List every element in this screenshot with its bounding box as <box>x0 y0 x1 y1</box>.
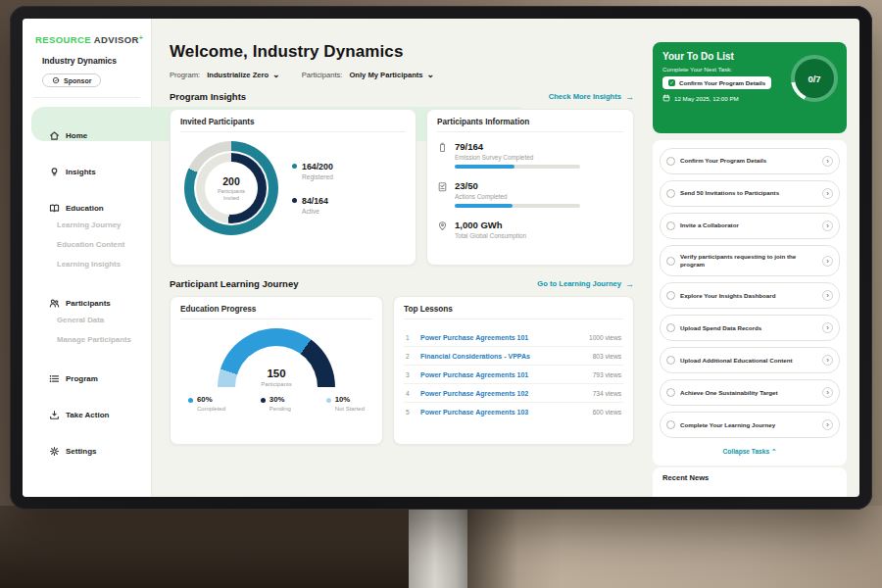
checkbox-icon[interactable] <box>666 189 675 198</box>
background: RESOURCE ADVISOR+ Industry Dynamics Spon… <box>0 0 882 588</box>
chevron-right-icon[interactable]: › <box>822 322 833 333</box>
sidebar-item-education-content[interactable]: Education Content <box>31 235 142 253</box>
legend-dot-icon <box>292 198 297 203</box>
sidebar-item-label: Learning Insights <box>57 260 121 269</box>
main-content: Welcome, Industry Dynamics Program: Indu… <box>152 19 650 497</box>
chevron-right-icon[interactable]: › <box>822 256 833 267</box>
stat-actions: 23/50 Actions Completed <box>437 180 623 208</box>
chevron-right-icon[interactable]: › <box>822 156 833 167</box>
sidebar-item-general-data[interactable]: General Data <box>31 311 142 328</box>
task-item[interactable]: Invite a Collaborator › <box>660 213 840 239</box>
education-progress-gauge: 150 Participants <box>218 328 335 387</box>
legend-label: Completed <box>188 406 225 412</box>
task-item[interactable]: Send 50 Invitations to Participants › <box>660 180 840 207</box>
lesson-views: 793 views <box>593 371 621 378</box>
card-title: Top Lessons <box>404 305 623 319</box>
donut-center-value: 200 <box>222 175 240 187</box>
sidebar-item-learning-insights[interactable]: Learning Insights <box>31 255 142 272</box>
sidebar: RESOURCE ADVISOR+ Industry Dynamics Spon… <box>23 19 152 497</box>
legend-item-registered: 164/200 Registered <box>292 162 333 180</box>
due-date: 12 May 2025, 12:00 PM <box>662 94 784 102</box>
task-item[interactable]: Verify participants requesting to join t… <box>660 245 840 276</box>
lesson-rank: 1 <box>406 334 414 341</box>
due-date-label: 12 May 2025, 12:00 PM <box>674 95 739 102</box>
checkbox-icon[interactable] <box>666 323 675 332</box>
sidebar-item-label: Take Action <box>66 411 109 419</box>
collapse-tasks-link[interactable]: Collapse Tasks ⌃ <box>660 444 840 462</box>
stat-label: Actions Completed <box>455 193 580 200</box>
lesson-link[interactable]: Power Purchase Agreements 101 <box>420 334 582 341</box>
sidebar-item-label: Learning Journey <box>57 220 121 229</box>
sidebar-item-learning-journey[interactable]: Learning Journey <box>31 216 142 233</box>
legend-item-pending: 30% Pending <box>261 395 291 412</box>
legend-label: Pending <box>261 406 291 412</box>
checkbox-icon[interactable] <box>666 388 675 397</box>
checklist-icon <box>437 181 448 192</box>
go-to-learning-journey-link[interactable]: Go to Learning Journey → <box>537 279 634 289</box>
task-item[interactable]: Achieve One Sustainability Target › <box>660 379 840 406</box>
lesson-row: 2 Financial Considerations - VPPAs 803 v… <box>404 347 623 366</box>
arrow-right-icon: → <box>625 279 634 289</box>
chevron-right-icon[interactable]: › <box>822 419 833 430</box>
learning-journey-header: Participant Learning Journey Go to Learn… <box>170 278 634 289</box>
lesson-link[interactable]: Power Purchase Agreements 101 <box>420 371 586 378</box>
legend-label: Registered <box>302 173 333 180</box>
task-item[interactable]: Confirm Your Program Details › <box>660 148 840 174</box>
arrow-right-icon: → <box>625 92 634 102</box>
lesson-link[interactable]: Financial Considerations - VPPAs <box>420 353 586 360</box>
invited-participants-card: Invited Participants 200 Participants In… <box>170 109 416 266</box>
program-filter-label: Program: <box>170 71 200 79</box>
calendar-icon <box>662 94 670 102</box>
next-task-pill[interactable]: ✓ Confirm Your Program Details <box>662 76 771 89</box>
chevron-right-icon[interactable]: › <box>822 355 833 366</box>
task-item[interactable]: Upload Additional Educational Content › <box>660 347 840 373</box>
chevron-right-icon[interactable]: › <box>822 188 833 199</box>
sidebar-item-label: Education <box>66 204 104 213</box>
chevron-right-icon[interactable]: › <box>822 290 833 301</box>
chevron-right-icon[interactable]: › <box>822 387 833 398</box>
checkbox-checked-icon: ✓ <box>668 79 675 86</box>
recent-news-header: Recent News <box>653 467 847 497</box>
lesson-link[interactable]: Power Purchase Agreements 103 <box>420 409 586 416</box>
lesson-views: 1000 views <box>589 334 621 341</box>
lesson-row: 1 Power Purchase Agreements 101 1000 vie… <box>404 328 623 347</box>
lesson-link[interactable]: Power Purchase Agreements 102 <box>420 390 586 397</box>
donut-center-label: Participants Invited <box>210 188 253 202</box>
task-label: Upload Additional Educational Content <box>680 357 817 365</box>
legend-item-completed: 60% Completed <box>188 395 225 412</box>
section-title: Program Insights <box>170 91 246 102</box>
card-title: Education Progress <box>180 305 372 319</box>
lesson-rank: 2 <box>406 353 414 360</box>
task-label: Upload Spend Data Records <box>680 324 817 332</box>
sidebar-item-label: Settings <box>66 447 97 456</box>
checkbox-icon[interactable] <box>666 420 675 429</box>
todo-subtitle: Complete Your Next Task: <box>662 66 784 73</box>
task-item[interactable]: Upload Spend Data Records › <box>660 315 840 341</box>
participants-filter-dropdown[interactable]: Only My Participants ⌄ <box>349 71 434 79</box>
checkbox-icon[interactable] <box>666 257 675 266</box>
task-item[interactable]: Complete Your Learning Journey › <box>660 412 840 438</box>
home-icon <box>49 130 60 141</box>
legend-value: 30% <box>270 395 285 404</box>
chevron-right-icon[interactable]: › <box>822 220 833 231</box>
legend-item-active: 84/164 Active <box>292 196 333 215</box>
checkbox-icon[interactable] <box>666 157 675 166</box>
task-label: Invite a Collaborator <box>680 221 817 229</box>
download-icon <box>49 410 60 420</box>
donut-legend: 164/200 Registered 84/164 Active <box>292 162 333 215</box>
card-title: Participants Information <box>437 118 623 132</box>
link-label: Go to Learning Journey <box>537 279 621 288</box>
program-filter-dropdown[interactable]: Industrialize Zero ⌄ <box>207 71 279 79</box>
checkbox-icon[interactable] <box>666 221 675 230</box>
task-label: Confirm Your Program Details <box>680 157 817 165</box>
checkbox-icon[interactable] <box>666 356 675 365</box>
sidebar-item-manage-participants[interactable]: Manage Participants <box>31 330 142 348</box>
checkbox-icon[interactable] <box>666 291 675 300</box>
legend-dot-icon <box>292 164 297 169</box>
lesson-row: 3 Power Purchase Agreements 101 793 view… <box>404 366 623 384</box>
sidebar-item-label: Home <box>66 131 87 140</box>
task-item[interactable]: Explore Your Insights Dashboard › <box>660 282 840 309</box>
insights-cards-row: Invited Participants 200 Participants In… <box>170 109 634 266</box>
check-more-insights-link[interactable]: Check More Insights → <box>549 92 634 102</box>
section-title: Participant Learning Journey <box>170 278 298 289</box>
